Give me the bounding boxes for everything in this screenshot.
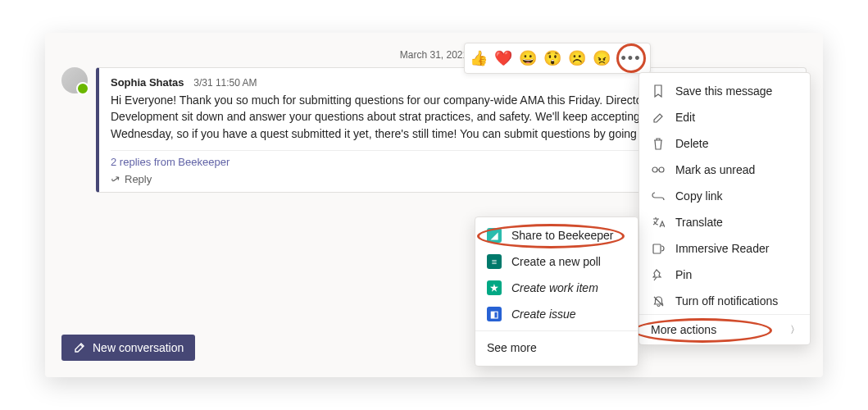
submenu-share-beekeeper[interactable]: ◢ Share to Beekeeper xyxy=(475,222,638,248)
submenu-see-more[interactable]: See more xyxy=(475,335,638,361)
menu-pin[interactable]: Pin xyxy=(639,262,810,288)
reaction-bar: 👍 ❤️ 😀 😲 ☹️ 😠 ••• xyxy=(464,43,651,74)
new-conversation-button[interactable]: New conversation xyxy=(61,335,195,361)
issue-app-icon: ◧ xyxy=(487,307,502,321)
reaction-laugh[interactable]: 😀 xyxy=(519,49,537,67)
date-separator: March 31, 2021 xyxy=(61,49,807,61)
reaction-angry[interactable]: 😠 xyxy=(593,49,611,67)
more-actions-label: More actions xyxy=(651,323,716,336)
menu-label: Turn off notifications xyxy=(675,294,778,308)
submenu-label: Create a new poll xyxy=(511,255,601,268)
message-author[interactable]: Sophia Shatas xyxy=(111,76,184,89)
menu-label: Delete xyxy=(675,137,708,150)
work-app-icon: ★ xyxy=(487,280,502,295)
message-context-menu: Save this message Edit Delete Mark as un… xyxy=(639,72,811,345)
reader-icon xyxy=(651,241,666,256)
compose-icon xyxy=(73,341,86,354)
reaction-sad[interactable]: ☹️ xyxy=(568,49,586,67)
menu-turn-off-notifications[interactable]: Turn off notifications xyxy=(639,288,810,314)
menu-label: Translate xyxy=(675,216,723,229)
more-actions-submenu: ◢ Share to Beekeeper ≡ Create a new poll… xyxy=(475,216,639,367)
avatar[interactable] xyxy=(61,67,88,93)
submenu-create-work-item[interactable]: ★ Create work item xyxy=(475,275,638,301)
message-timestamp: 3/31 11:50 AM xyxy=(193,77,257,89)
link-icon xyxy=(651,189,666,203)
teams-channel-view: March 31, 2021 Sophia Shatas 3/31 11:50 … xyxy=(45,33,823,377)
menu-immersive-reader[interactable]: Immersive Reader xyxy=(639,235,810,262)
menu-translate[interactable]: Translate xyxy=(639,209,810,235)
menu-separator xyxy=(475,330,638,331)
reply-icon: ↩ xyxy=(108,171,123,187)
menu-label: Save this message xyxy=(675,84,772,98)
bell-off-icon xyxy=(651,294,666,308)
reaction-like[interactable]: 👍 xyxy=(470,49,488,67)
poll-app-icon: ≡ xyxy=(487,254,502,269)
menu-label: Immersive Reader xyxy=(675,242,769,255)
submenu-create-poll[interactable]: ≡ Create a new poll xyxy=(475,248,638,275)
submenu-label: Create issue xyxy=(511,308,576,321)
translate-icon xyxy=(651,215,666,230)
menu-more-actions[interactable]: More actions 〉 xyxy=(639,314,810,344)
menu-label: Mark as unread xyxy=(675,163,755,176)
chevron-right-icon: 〉 xyxy=(790,323,800,337)
menu-delete[interactable]: Delete xyxy=(639,130,810,157)
menu-label: Pin xyxy=(675,268,692,281)
more-options-button[interactable]: ••• xyxy=(621,50,642,67)
reaction-heart[interactable]: ❤️ xyxy=(494,49,512,67)
new-conversation-label: New conversation xyxy=(93,341,184,354)
reaction-surprised[interactable]: 😲 xyxy=(543,49,561,67)
submenu-label: Share to Beekeeper xyxy=(511,229,614,242)
svg-rect-2 xyxy=(653,244,661,253)
menu-label: Edit xyxy=(675,111,695,124)
menu-label: Copy link xyxy=(675,189,723,203)
submenu-label: Create work item xyxy=(511,281,598,294)
svg-point-1 xyxy=(659,167,664,172)
trash-icon xyxy=(651,136,666,151)
menu-edit[interactable]: Edit xyxy=(639,104,810,130)
menu-save-message[interactable]: Save this message xyxy=(639,78,810,104)
reply-label: Reply xyxy=(125,173,152,185)
beekeeper-app-icon: ◢ xyxy=(487,228,502,243)
svg-point-0 xyxy=(652,167,657,172)
menu-mark-unread[interactable]: Mark as unread xyxy=(639,157,810,183)
pin-icon xyxy=(651,267,666,282)
pencil-icon xyxy=(651,110,666,125)
glasses-icon xyxy=(651,162,666,177)
menu-copy-link[interactable]: Copy link xyxy=(639,183,810,209)
submenu-create-issue[interactable]: ◧ Create issue xyxy=(475,301,638,327)
bookmark-icon xyxy=(651,84,666,98)
